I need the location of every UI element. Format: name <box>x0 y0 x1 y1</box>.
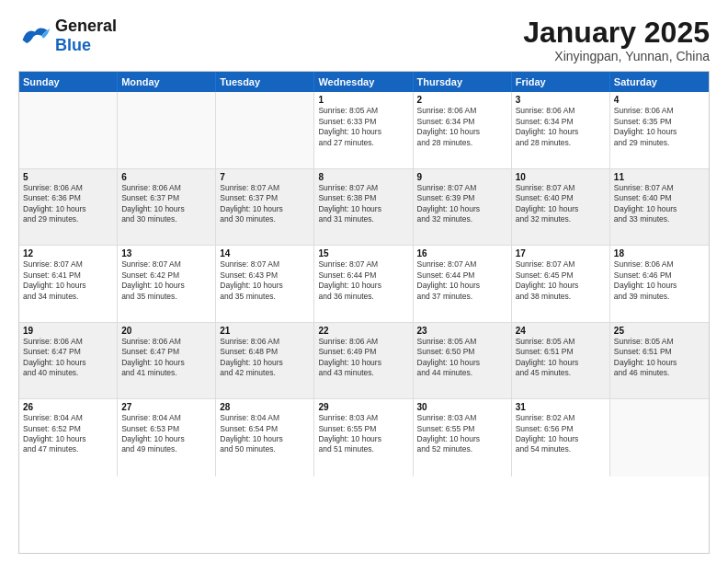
day-number: 9 <box>417 172 507 182</box>
day-info: Sunrise: 8:07 AM Sunset: 6:38 PM Dayligh… <box>318 183 408 225</box>
day-cell-16: 16Sunrise: 8:07 AM Sunset: 6:44 PM Dayli… <box>414 246 512 321</box>
day-number: 2 <box>417 95 507 105</box>
day-cell-9: 9Sunrise: 8:07 AM Sunset: 6:39 PM Daylig… <box>414 169 512 245</box>
empty-cell <box>118 92 216 167</box>
day-info: Sunrise: 8:05 AM Sunset: 6:50 PM Dayligh… <box>417 337 507 379</box>
day-number: 15 <box>318 248 408 259</box>
day-number: 19 <box>23 326 113 336</box>
empty-cell <box>610 399 709 476</box>
day-cell-29: 29Sunrise: 8:03 AM Sunset: 6:55 PM Dayli… <box>314 399 413 476</box>
day-info: Sunrise: 8:07 AM Sunset: 6:40 PM Dayligh… <box>614 183 705 225</box>
page: General Blue January 2025 Xinyingpan, Yu… <box>0 0 728 563</box>
day-cell-15: 15Sunrise: 8:07 AM Sunset: 6:44 PM Dayli… <box>314 246 413 321</box>
day-number: 23 <box>417 326 507 336</box>
day-info: Sunrise: 8:03 AM Sunset: 6:55 PM Dayligh… <box>318 413 408 455</box>
week-row-3: 12Sunrise: 8:07 AM Sunset: 6:41 PM Dayli… <box>19 246 709 322</box>
logo: General Blue <box>18 17 117 55</box>
day-info: Sunrise: 8:07 AM Sunset: 6:41 PM Dayligh… <box>23 259 113 302</box>
day-info: Sunrise: 8:06 AM Sunset: 6:34 PM Dayligh… <box>516 106 606 148</box>
day-info: Sunrise: 8:04 AM Sunset: 6:53 PM Dayligh… <box>121 413 211 455</box>
week-row-1: 1Sunrise: 8:05 AM Sunset: 6:33 PM Daylig… <box>19 92 709 168</box>
day-info: Sunrise: 8:02 AM Sunset: 6:56 PM Dayligh… <box>516 413 606 455</box>
week-row-2: 5Sunrise: 8:06 AM Sunset: 6:36 PM Daylig… <box>19 169 709 246</box>
day-cell-31: 31Sunrise: 8:02 AM Sunset: 6:56 PM Dayli… <box>512 399 610 476</box>
day-cell-22: 22Sunrise: 8:06 AM Sunset: 6:49 PM Dayli… <box>314 323 413 398</box>
day-number: 10 <box>516 172 606 182</box>
day-number: 17 <box>516 248 606 259</box>
day-cell-30: 30Sunrise: 8:03 AM Sunset: 6:55 PM Dayli… <box>414 399 512 476</box>
day-info: Sunrise: 8:03 AM Sunset: 6:55 PM Dayligh… <box>417 413 507 455</box>
logo-icon <box>18 23 51 49</box>
day-info: Sunrise: 8:07 AM Sunset: 6:37 PM Dayligh… <box>220 183 310 225</box>
day-cell-12: 12Sunrise: 8:07 AM Sunset: 6:41 PM Dayli… <box>19 246 118 321</box>
week-row-5: 26Sunrise: 8:04 AM Sunset: 6:52 PM Dayli… <box>19 399 709 476</box>
day-cell-14: 14Sunrise: 8:07 AM Sunset: 6:43 PM Dayli… <box>216 246 314 321</box>
header-day-thursday: Thursday <box>414 72 512 92</box>
day-number: 12 <box>23 248 113 259</box>
calendar: SundayMondayTuesdayWednesdayThursdayFrid… <box>18 71 710 554</box>
day-number: 28 <box>220 402 310 412</box>
day-cell-3: 3Sunrise: 8:06 AM Sunset: 6:34 PM Daylig… <box>512 92 610 167</box>
day-number: 7 <box>220 172 310 182</box>
day-cell-13: 13Sunrise: 8:07 AM Sunset: 6:42 PM Dayli… <box>118 246 216 321</box>
day-cell-27: 27Sunrise: 8:04 AM Sunset: 6:53 PM Dayli… <box>118 399 216 476</box>
day-info: Sunrise: 8:06 AM Sunset: 6:34 PM Dayligh… <box>417 106 507 148</box>
day-number: 5 <box>23 172 113 182</box>
day-cell-7: 7Sunrise: 8:07 AM Sunset: 6:37 PM Daylig… <box>216 169 314 245</box>
calendar-body: 1Sunrise: 8:05 AM Sunset: 6:33 PM Daylig… <box>19 92 709 553</box>
day-number: 13 <box>121 248 211 259</box>
day-info: Sunrise: 8:06 AM Sunset: 6:48 PM Dayligh… <box>220 337 310 379</box>
day-number: 21 <box>220 326 310 336</box>
day-number: 4 <box>614 95 705 105</box>
day-number: 18 <box>614 248 705 259</box>
day-number: 3 <box>516 95 606 105</box>
day-cell-18: 18Sunrise: 8:06 AM Sunset: 6:46 PM Dayli… <box>610 246 709 321</box>
day-info: Sunrise: 8:07 AM Sunset: 6:39 PM Dayligh… <box>417 183 507 225</box>
day-cell-21: 21Sunrise: 8:06 AM Sunset: 6:48 PM Dayli… <box>216 323 314 398</box>
header-day-monday: Monday <box>118 72 216 92</box>
location-title: Xinyingpan, Yunnan, China <box>523 49 710 63</box>
header-day-saturday: Saturday <box>610 72 709 92</box>
day-info: Sunrise: 8:04 AM Sunset: 6:52 PM Dayligh… <box>23 413 113 455</box>
calendar-header: SundayMondayTuesdayWednesdayThursdayFrid… <box>19 72 709 92</box>
day-cell-11: 11Sunrise: 8:07 AM Sunset: 6:40 PM Dayli… <box>610 169 709 245</box>
day-cell-19: 19Sunrise: 8:06 AM Sunset: 6:47 PM Dayli… <box>19 323 118 398</box>
day-number: 1 <box>318 95 408 105</box>
day-number: 29 <box>318 402 408 412</box>
header-day-friday: Friday <box>512 72 610 92</box>
day-cell-24: 24Sunrise: 8:05 AM Sunset: 6:51 PM Dayli… <box>512 323 610 398</box>
day-info: Sunrise: 8:06 AM Sunset: 6:47 PM Dayligh… <box>121 337 211 379</box>
day-info: Sunrise: 8:05 AM Sunset: 6:51 PM Dayligh… <box>516 337 606 379</box>
day-info: Sunrise: 8:05 AM Sunset: 6:51 PM Dayligh… <box>614 337 705 379</box>
day-number: 27 <box>121 402 211 412</box>
day-info: Sunrise: 8:07 AM Sunset: 6:42 PM Dayligh… <box>121 259 211 302</box>
header: General Blue January 2025 Xinyingpan, Yu… <box>18 17 710 63</box>
day-info: Sunrise: 8:07 AM Sunset: 6:44 PM Dayligh… <box>318 259 408 302</box>
day-cell-2: 2Sunrise: 8:06 AM Sunset: 6:34 PM Daylig… <box>414 92 512 167</box>
day-number: 22 <box>318 326 408 336</box>
day-info: Sunrise: 8:06 AM Sunset: 6:46 PM Dayligh… <box>614 259 705 302</box>
day-cell-4: 4Sunrise: 8:06 AM Sunset: 6:35 PM Daylig… <box>610 92 709 167</box>
day-number: 24 <box>516 326 606 336</box>
day-info: Sunrise: 8:06 AM Sunset: 6:49 PM Dayligh… <box>318 337 408 379</box>
day-info: Sunrise: 8:07 AM Sunset: 6:43 PM Dayligh… <box>220 259 310 302</box>
day-cell-25: 25Sunrise: 8:05 AM Sunset: 6:51 PM Dayli… <box>610 323 709 398</box>
day-info: Sunrise: 8:06 AM Sunset: 6:37 PM Dayligh… <box>121 183 211 225</box>
day-number: 26 <box>23 402 113 412</box>
day-cell-6: 6Sunrise: 8:06 AM Sunset: 6:37 PM Daylig… <box>118 169 216 245</box>
empty-cell <box>216 92 314 167</box>
day-cell-23: 23Sunrise: 8:05 AM Sunset: 6:50 PM Dayli… <box>414 323 512 398</box>
day-number: 16 <box>417 248 507 259</box>
day-number: 25 <box>614 326 705 336</box>
day-info: Sunrise: 8:06 AM Sunset: 6:35 PM Dayligh… <box>614 106 705 148</box>
logo-text: General Blue <box>55 17 117 55</box>
day-cell-1: 1Sunrise: 8:05 AM Sunset: 6:33 PM Daylig… <box>314 92 413 167</box>
month-title: January 2025 <box>523 17 710 49</box>
empty-cell <box>19 92 118 167</box>
day-info: Sunrise: 8:07 AM Sunset: 6:44 PM Dayligh… <box>417 259 507 302</box>
day-cell-28: 28Sunrise: 8:04 AM Sunset: 6:54 PM Dayli… <box>216 399 314 476</box>
day-cell-8: 8Sunrise: 8:07 AM Sunset: 6:38 PM Daylig… <box>314 169 413 245</box>
day-info: Sunrise: 8:06 AM Sunset: 6:47 PM Dayligh… <box>23 337 113 379</box>
title-block: January 2025 Xinyingpan, Yunnan, China <box>523 17 710 63</box>
header-day-sunday: Sunday <box>19 72 118 92</box>
